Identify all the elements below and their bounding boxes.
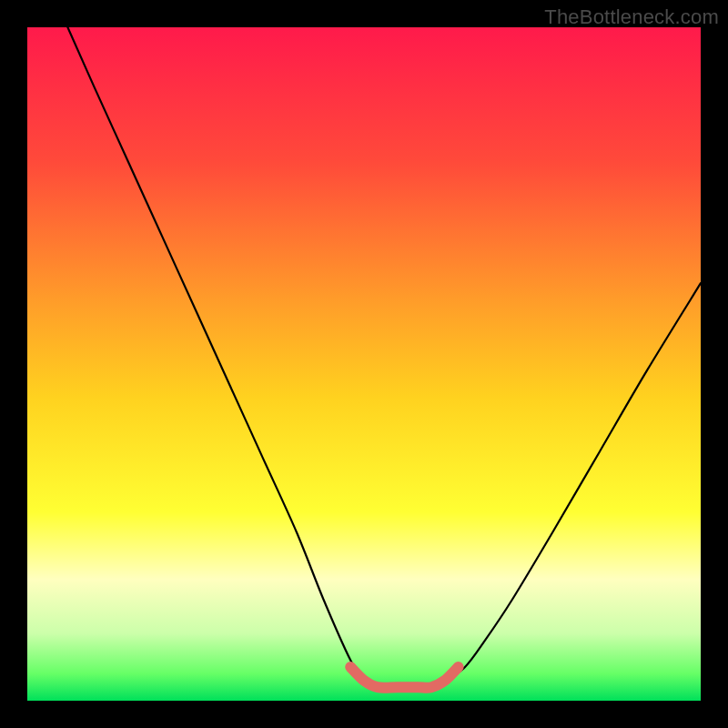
watermark-text: TheBottleneck.com [544,5,719,29]
chart-frame: TheBottleneck.com [0,0,728,728]
chart-svg [27,27,701,701]
plot-area [27,27,701,701]
gradient-background [27,27,701,701]
